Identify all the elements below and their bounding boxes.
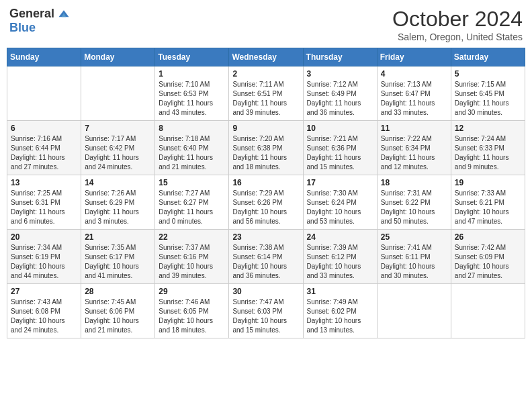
- location-text: Salem, Oregon, United States: [392, 32, 523, 42]
- calendar-cell: 28Sunrise: 7:45 AM Sunset: 6:06 PM Dayli…: [81, 284, 155, 338]
- calendar-cell: 31Sunrise: 7:49 AM Sunset: 6:02 PM Dayli…: [303, 284, 377, 338]
- calendar-cell: 2Sunrise: 7:11 AM Sunset: 6:51 PM Daylig…: [229, 66, 303, 121]
- day-info: Sunrise: 7:42 AM Sunset: 6:09 PM Dayligh…: [455, 243, 521, 281]
- day-number: 9: [232, 124, 299, 133]
- day-number: 2: [232, 69, 299, 79]
- day-info: Sunrise: 7:43 AM Sunset: 6:08 PM Dayligh…: [11, 298, 77, 335]
- day-number: 27: [11, 287, 77, 296]
- day-info: Sunrise: 7:13 AM Sunset: 6:47 PM Dayligh…: [381, 80, 447, 118]
- calendar-week-row: 27Sunrise: 7:43 AM Sunset: 6:08 PM Dayli…: [7, 284, 525, 338]
- calendar-cell: 14Sunrise: 7:26 AM Sunset: 6:29 PM Dayli…: [81, 175, 155, 230]
- calendar-day-header: Thursday: [303, 48, 377, 66]
- day-info: Sunrise: 7:18 AM Sunset: 6:40 PM Dayligh…: [159, 134, 225, 172]
- day-info: Sunrise: 7:46 AM Sunset: 6:05 PM Dayligh…: [159, 298, 225, 335]
- calendar-cell: [7, 66, 81, 121]
- logo: General Blue: [9, 7, 71, 35]
- calendar-day-header: Saturday: [451, 48, 525, 66]
- day-number: 20: [11, 232, 77, 242]
- calendar-cell: 4Sunrise: 7:13 AM Sunset: 6:47 PM Daylig…: [377, 66, 451, 121]
- calendar-cell: 6Sunrise: 7:16 AM Sunset: 6:44 PM Daylig…: [7, 121, 81, 175]
- day-info: Sunrise: 7:11 AM Sunset: 6:51 PM Dayligh…: [232, 80, 299, 118]
- calendar-cell: 11Sunrise: 7:22 AM Sunset: 6:34 PM Dayli…: [377, 121, 451, 175]
- day-number: 11: [381, 124, 447, 133]
- calendar-cell: 10Sunrise: 7:21 AM Sunset: 6:36 PM Dayli…: [303, 121, 377, 175]
- day-number: 13: [11, 178, 77, 187]
- day-number: 17: [307, 178, 373, 187]
- calendar-cell: 7Sunrise: 7:17 AM Sunset: 6:42 PM Daylig…: [81, 121, 155, 175]
- day-number: 1: [159, 69, 225, 79]
- calendar-cell: 1Sunrise: 7:10 AM Sunset: 6:53 PM Daylig…: [155, 66, 229, 121]
- calendar-table: SundayMondayTuesdayWednesdayThursdayFrid…: [7, 48, 525, 338]
- calendar-cell: 26Sunrise: 7:42 AM Sunset: 6:09 PM Dayli…: [451, 230, 525, 284]
- calendar-cell: 25Sunrise: 7:41 AM Sunset: 6:11 PM Dayli…: [377, 230, 451, 284]
- day-info: Sunrise: 7:33 AM Sunset: 6:21 PM Dayligh…: [455, 189, 521, 226]
- page-header: General Blue October 2024 Salem, Oregon,…: [7, 7, 525, 42]
- day-info: Sunrise: 7:21 AM Sunset: 6:36 PM Dayligh…: [307, 134, 373, 172]
- month-title: October 2024: [392, 7, 523, 32]
- calendar-cell: 8Sunrise: 7:18 AM Sunset: 6:40 PM Daylig…: [155, 121, 229, 175]
- day-info: Sunrise: 7:34 AM Sunset: 6:19 PM Dayligh…: [11, 243, 77, 281]
- day-info: Sunrise: 7:37 AM Sunset: 6:16 PM Dayligh…: [159, 243, 225, 281]
- day-info: Sunrise: 7:24 AM Sunset: 6:33 PM Dayligh…: [455, 134, 521, 172]
- calendar-cell: 17Sunrise: 7:30 AM Sunset: 6:24 PM Dayli…: [303, 175, 377, 230]
- day-number: 4: [381, 69, 447, 79]
- calendar-cell: 16Sunrise: 7:29 AM Sunset: 6:26 PM Dayli…: [229, 175, 303, 230]
- day-info: Sunrise: 7:22 AM Sunset: 6:34 PM Dayligh…: [381, 134, 447, 172]
- day-number: 31: [307, 287, 373, 296]
- calendar-day-header: Wednesday: [229, 48, 303, 66]
- day-number: 6: [11, 124, 77, 133]
- day-number: 12: [455, 124, 521, 133]
- day-number: 24: [307, 232, 373, 242]
- calendar-cell: 21Sunrise: 7:35 AM Sunset: 6:17 PM Dayli…: [81, 230, 155, 284]
- day-info: Sunrise: 7:38 AM Sunset: 6:14 PM Dayligh…: [232, 243, 299, 281]
- day-info: Sunrise: 7:39 AM Sunset: 6:12 PM Dayligh…: [307, 243, 373, 281]
- calendar-day-header: Friday: [377, 48, 451, 66]
- calendar-cell: 3Sunrise: 7:12 AM Sunset: 6:49 PM Daylig…: [303, 66, 377, 121]
- day-number: 5: [455, 69, 521, 79]
- day-info: Sunrise: 7:35 AM Sunset: 6:17 PM Dayligh…: [85, 243, 151, 281]
- calendar-cell: [451, 284, 525, 338]
- calendar-cell: 29Sunrise: 7:46 AM Sunset: 6:05 PM Dayli…: [155, 284, 229, 338]
- calendar-cell: [81, 66, 155, 121]
- day-number: 14: [85, 178, 151, 187]
- logo-icon: [57, 7, 71, 21]
- calendar-header-row: SundayMondayTuesdayWednesdayThursdayFrid…: [7, 48, 525, 66]
- calendar-day-header: Sunday: [7, 48, 81, 66]
- calendar-cell: 22Sunrise: 7:37 AM Sunset: 6:16 PM Dayli…: [155, 230, 229, 284]
- day-number: 29: [159, 287, 225, 296]
- calendar-cell: 19Sunrise: 7:33 AM Sunset: 6:21 PM Dayli…: [451, 175, 525, 230]
- logo-general-text: General: [9, 7, 54, 21]
- day-number: 8: [159, 124, 225, 133]
- day-info: Sunrise: 7:16 AM Sunset: 6:44 PM Dayligh…: [11, 134, 77, 172]
- calendar-cell: 9Sunrise: 7:20 AM Sunset: 6:38 PM Daylig…: [229, 121, 303, 175]
- calendar-day-header: Monday: [81, 48, 155, 66]
- calendar-day-header: Tuesday: [155, 48, 229, 66]
- calendar-cell: 30Sunrise: 7:47 AM Sunset: 6:03 PM Dayli…: [229, 284, 303, 338]
- day-info: Sunrise: 7:31 AM Sunset: 6:22 PM Dayligh…: [381, 189, 447, 226]
- calendar-cell: 20Sunrise: 7:34 AM Sunset: 6:19 PM Dayli…: [7, 230, 81, 284]
- day-number: 25: [381, 232, 447, 242]
- calendar-cell: 15Sunrise: 7:27 AM Sunset: 6:27 PM Dayli…: [155, 175, 229, 230]
- calendar-cell: 18Sunrise: 7:31 AM Sunset: 6:22 PM Dayli…: [377, 175, 451, 230]
- calendar-week-row: 13Sunrise: 7:25 AM Sunset: 6:31 PM Dayli…: [7, 175, 525, 230]
- day-number: 15: [159, 178, 225, 187]
- calendar-cell: 12Sunrise: 7:24 AM Sunset: 6:33 PM Dayli…: [451, 121, 525, 175]
- calendar-week-row: 20Sunrise: 7:34 AM Sunset: 6:19 PM Dayli…: [7, 230, 525, 284]
- calendar-cell: [377, 284, 451, 338]
- day-info: Sunrise: 7:10 AM Sunset: 6:53 PM Dayligh…: [159, 80, 225, 118]
- day-info: Sunrise: 7:49 AM Sunset: 6:02 PM Dayligh…: [307, 298, 373, 335]
- day-number: 19: [455, 178, 521, 187]
- day-info: Sunrise: 7:27 AM Sunset: 6:27 PM Dayligh…: [159, 189, 225, 226]
- title-section: October 2024 Salem, Oregon, United State…: [392, 7, 523, 42]
- day-number: 22: [159, 232, 225, 242]
- day-number: 30: [232, 287, 299, 296]
- calendar-cell: 24Sunrise: 7:39 AM Sunset: 6:12 PM Dayli…: [303, 230, 377, 284]
- day-info: Sunrise: 7:41 AM Sunset: 6:11 PM Dayligh…: [381, 243, 447, 281]
- day-number: 10: [307, 124, 373, 133]
- day-number: 7: [85, 124, 151, 133]
- calendar-cell: 5Sunrise: 7:15 AM Sunset: 6:45 PM Daylig…: [451, 66, 525, 121]
- calendar-cell: 23Sunrise: 7:38 AM Sunset: 6:14 PM Dayli…: [229, 230, 303, 284]
- day-info: Sunrise: 7:26 AM Sunset: 6:29 PM Dayligh…: [85, 189, 151, 226]
- day-info: Sunrise: 7:15 AM Sunset: 6:45 PM Dayligh…: [455, 80, 521, 118]
- calendar-cell: 13Sunrise: 7:25 AM Sunset: 6:31 PM Dayli…: [7, 175, 81, 230]
